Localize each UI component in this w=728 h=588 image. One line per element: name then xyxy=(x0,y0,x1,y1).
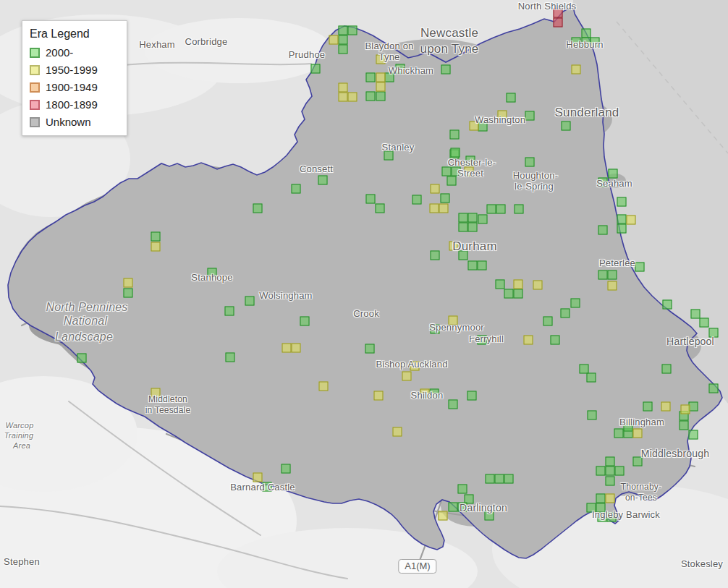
era-marker-1950[interactable] xyxy=(376,82,386,92)
era-marker-2000[interactable] xyxy=(458,485,467,494)
era-marker-2000[interactable] xyxy=(300,317,310,326)
era-marker-2000[interactable] xyxy=(339,35,348,45)
era-marker-2000[interactable] xyxy=(449,400,458,409)
era-marker-2000[interactable] xyxy=(662,365,672,374)
era-marker-2000[interactable] xyxy=(525,158,535,167)
era-marker-2000[interactable] xyxy=(478,261,487,270)
era-marker-2000[interactable] xyxy=(617,215,627,224)
era-marker-2000[interactable] xyxy=(495,474,504,484)
era-marker-2000[interactable] xyxy=(366,195,376,204)
era-marker-2000[interactable] xyxy=(376,92,386,101)
era-marker-2000[interactable] xyxy=(459,213,468,223)
era-marker-1950[interactable] xyxy=(606,494,615,503)
era-marker-2000[interactable] xyxy=(450,130,460,140)
era-marker-1950[interactable] xyxy=(608,281,617,291)
era-marker-1950[interactable] xyxy=(681,405,690,414)
era-marker-2000[interactable] xyxy=(525,111,535,121)
era-marker-2000[interactable] xyxy=(245,297,255,306)
era-marker-2000[interactable] xyxy=(598,270,608,280)
era-marker-2000[interactable] xyxy=(253,204,263,213)
era-marker-1950[interactable] xyxy=(524,336,533,345)
era-marker-2000[interactable] xyxy=(606,457,615,466)
era-marker-2000[interactable] xyxy=(366,92,376,101)
era-marker-1950[interactable] xyxy=(661,402,671,412)
era-marker-1950[interactable] xyxy=(319,382,329,391)
era-marker-2000[interactable] xyxy=(514,289,523,299)
era-marker-1950[interactable] xyxy=(430,204,439,213)
era-marker-2000[interactable] xyxy=(588,411,597,420)
era-marker-2000[interactable] xyxy=(614,429,624,438)
era-marker-2000[interactable] xyxy=(365,344,375,354)
era-marker-2000[interactable] xyxy=(431,251,440,260)
era-marker-2000[interactable] xyxy=(467,391,477,401)
era-marker-2000[interactable] xyxy=(598,226,608,235)
era-marker-2000[interactable] xyxy=(441,194,450,203)
era-marker-2000[interactable] xyxy=(496,280,505,289)
era-marker-2000[interactable] xyxy=(412,195,422,205)
era-marker-2000[interactable] xyxy=(507,93,516,103)
era-marker-1950[interactable] xyxy=(339,83,348,93)
era-marker-2000[interactable] xyxy=(617,197,627,207)
era-marker-2000[interactable] xyxy=(478,215,488,224)
era-marker-2000[interactable] xyxy=(680,421,689,430)
era-marker-2000[interactable] xyxy=(496,205,506,214)
era-marker-2000[interactable] xyxy=(376,204,385,213)
era-marker-1950[interactable] xyxy=(151,242,161,252)
era-marker-2000[interactable] xyxy=(596,494,606,503)
era-marker-1950[interactable] xyxy=(292,344,301,353)
era-marker-2000[interactable] xyxy=(487,205,496,214)
era-marker-2000[interactable] xyxy=(468,223,478,232)
era-marker-2000[interactable] xyxy=(663,300,672,310)
era-marker-2000[interactable] xyxy=(339,26,348,35)
era-marker-2000[interactable] xyxy=(551,336,560,345)
era-marker-1950[interactable] xyxy=(329,35,339,45)
era-marker-2000[interactable] xyxy=(348,26,357,35)
era-marker-2000[interactable] xyxy=(339,45,348,54)
era-marker-1950[interactable] xyxy=(348,93,357,102)
era-marker-1950[interactable] xyxy=(514,280,523,289)
era-marker-2000[interactable] xyxy=(689,430,698,440)
era-marker-2000[interactable] xyxy=(486,474,495,484)
era-marker-2000[interactable] xyxy=(562,122,571,131)
era-marker-2000[interactable] xyxy=(635,263,645,272)
era-marker-2000[interactable] xyxy=(468,213,478,223)
era-marker-1950[interactable] xyxy=(431,184,440,194)
era-marker-2000[interactable] xyxy=(643,402,653,412)
era-marker-2000[interactable] xyxy=(449,503,458,512)
era-marker-2000[interactable] xyxy=(366,73,376,82)
era-marker-1800[interactable] xyxy=(554,18,563,27)
era-marker-2000[interactable] xyxy=(292,184,301,194)
era-marker-2000[interactable] xyxy=(504,289,514,299)
era-marker-2000[interactable] xyxy=(571,299,580,308)
era-marker-2000[interactable] xyxy=(606,466,615,476)
era-marker-2000[interactable] xyxy=(615,466,625,476)
era-marker-2000[interactable] xyxy=(441,65,451,74)
era-marker-1950[interactable] xyxy=(124,278,133,288)
era-marker-1950[interactable] xyxy=(393,427,402,437)
era-marker-1950[interactable] xyxy=(402,372,412,381)
era-marker-2000[interactable] xyxy=(77,354,87,363)
era-marker-2000[interactable] xyxy=(504,474,514,484)
era-marker-1950[interactable] xyxy=(439,204,449,213)
era-marker-2000[interactable] xyxy=(617,224,627,234)
era-marker-2000[interactable] xyxy=(318,176,328,185)
map-canvas[interactable]: North ShieldsNewcastleupon TyneHebburnHe… xyxy=(0,0,728,588)
era-marker-2000[interactable] xyxy=(282,464,291,474)
era-marker-2000[interactable] xyxy=(515,205,524,214)
era-marker-2000[interactable] xyxy=(447,176,457,186)
era-marker-2000[interactable] xyxy=(311,64,321,74)
era-marker-2000[interactable] xyxy=(442,167,452,176)
era-marker-2000[interactable] xyxy=(709,384,719,393)
era-marker-1950[interactable] xyxy=(533,281,543,290)
era-marker-2000[interactable] xyxy=(700,318,709,328)
era-marker-1950[interactable] xyxy=(339,93,348,102)
era-marker-1950[interactable] xyxy=(572,65,581,74)
era-marker-1950[interactable] xyxy=(374,391,384,401)
era-marker-2000[interactable] xyxy=(606,477,615,486)
era-marker-1950[interactable] xyxy=(633,429,643,438)
era-marker-2000[interactable] xyxy=(587,373,596,383)
era-marker-1950[interactable] xyxy=(439,511,448,521)
era-marker-2000[interactable] xyxy=(596,466,606,476)
era-marker-2000[interactable] xyxy=(459,223,468,232)
era-marker-2000[interactable] xyxy=(151,232,161,242)
